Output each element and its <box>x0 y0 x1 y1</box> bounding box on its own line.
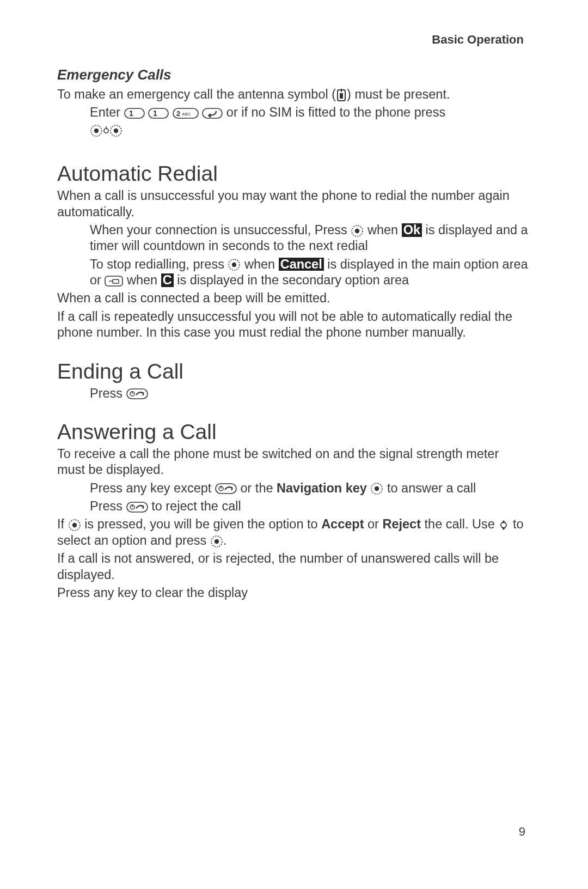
nav-center-icon <box>109 124 122 137</box>
redial-after2: If a call is repeatedly unsuccessful you… <box>57 309 528 341</box>
answer-after1: If a call is not answered, or is rejecte… <box>57 551 528 583</box>
text: to reject the call <box>151 499 241 513</box>
answer-step2: Press to reject the call <box>90 498 528 514</box>
text: when <box>244 257 279 271</box>
redial-heading: Automatic Redial <box>57 162 528 186</box>
text: To stop redialling, press <box>90 257 228 271</box>
answer-intro: To receive a call the phone must be swit… <box>57 446 528 478</box>
redial-after1: When a call is connected a beep will be … <box>57 290 528 306</box>
text: or the <box>240 481 277 495</box>
nav-key-label: Navigation key <box>277 481 367 495</box>
redial-step2: To stop redialling, press when Cancel is… <box>90 257 528 289</box>
text: when <box>127 273 161 287</box>
end-key-icon <box>215 483 237 494</box>
key-1-icon <box>148 108 169 119</box>
text: Press any key except <box>90 481 215 495</box>
accept-label: Accept <box>321 517 364 531</box>
key-1-icon <box>124 108 145 119</box>
nav-center-icon <box>228 258 241 271</box>
manual-page: Basic Operation Emergency Calls To make … <box>0 0 588 889</box>
end-key-icon <box>126 502 148 513</box>
text: Press <box>90 386 126 400</box>
answer-step1: Press any key except or the Navigation k… <box>90 480 528 496</box>
redial-intro: When a call is unsuccessful you may want… <box>57 188 528 220</box>
ok-label: Ok <box>402 223 422 237</box>
nav-center-icon <box>90 124 103 137</box>
end-key-icon <box>126 388 148 399</box>
reject-label: Reject <box>382 517 421 531</box>
antenna-icon <box>336 89 347 102</box>
emergency-nav-seq <box>90 122 528 138</box>
text: when <box>367 223 402 237</box>
softkey-icon <box>105 276 123 287</box>
section-header: Basic Operation <box>57 33 528 47</box>
emergency-intro: To make an emergency call the antenna sy… <box>57 87 528 102</box>
nav-center-icon <box>68 519 81 532</box>
text: ) must be present. <box>347 87 450 101</box>
text: is pressed, you will be given the option… <box>84 517 321 531</box>
text: or <box>367 517 382 531</box>
nav-center-icon <box>210 535 223 548</box>
end-press: Press <box>90 386 528 401</box>
cancel-label: Cancel <box>279 258 324 271</box>
text: When your connection is unsuccessful, Pr… <box>90 223 351 237</box>
answer-heading: Answering a Call <box>57 420 528 444</box>
nav-updown-icon <box>498 519 509 532</box>
text: the call. Use <box>425 517 499 531</box>
answer-after2: Press any key to clear the display <box>57 585 528 601</box>
text: Enter <box>90 105 124 119</box>
nav-center-icon <box>351 224 364 238</box>
emergency-enter: Enter or if no SIM is fitted to the phon… <box>90 105 528 120</box>
text: If <box>57 517 68 531</box>
text: . <box>223 533 227 547</box>
key-2abc-icon <box>173 108 199 119</box>
text: To make an emergency call the antenna sy… <box>57 87 336 101</box>
text: is displayed in the secondary option are… <box>177 273 409 287</box>
text: to answer a call <box>387 481 476 495</box>
send-key-icon <box>202 108 223 119</box>
end-heading: Ending a Call <box>57 360 528 383</box>
text: Press <box>90 499 126 513</box>
answer-ifnav: If is pressed, you will be given the opt… <box>57 516 528 549</box>
c-label: C <box>161 273 174 287</box>
emergency-heading: Emergency Calls <box>57 66 528 83</box>
text: or if no SIM is fitted to the phone pres… <box>226 105 445 119</box>
nav-center-icon <box>370 482 383 495</box>
page-number: 9 <box>519 825 525 839</box>
power-small-icon <box>103 125 109 136</box>
redial-step1: When your connection is unsuccessful, Pr… <box>90 222 528 254</box>
